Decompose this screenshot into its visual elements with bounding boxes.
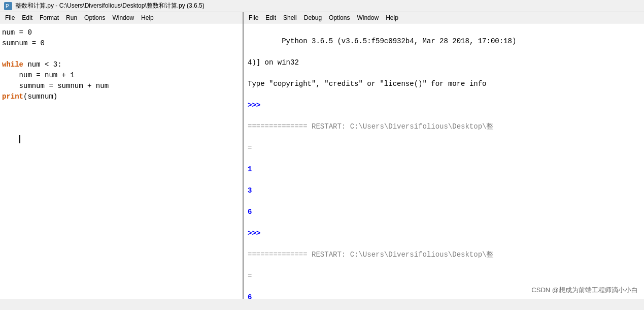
- editor-content[interactable]: num = 0 sumnum = 0 while num < 3: num = …: [0, 23, 243, 299]
- code-line-blank: [2, 102, 241, 113]
- shell-restart-2: ============== RESTART: C:\Users\Diversi…: [248, 251, 493, 259]
- menu-edit[interactable]: Edit: [19, 14, 36, 22]
- shell-menu-bar: File Edit Shell Debug Options Window Hel…: [244, 12, 644, 23]
- shell-wrapper: File Edit Shell Debug Options Window Hel…: [244, 12, 644, 299]
- shell-restart-1: ============== RESTART: C:\Users\Diversi…: [248, 122, 493, 131]
- code-line-4: while num < 3:: [2, 59, 241, 70]
- shell-menu-file[interactable]: File: [246, 14, 261, 22]
- code-cursor-line: [2, 134, 241, 145]
- menu-options[interactable]: Options: [81, 14, 108, 22]
- menu-window[interactable]: Window: [109, 14, 137, 22]
- code-line-3: [2, 49, 241, 59]
- code-while-body: num < 3:: [23, 60, 62, 69]
- shell-output-2: 3: [248, 187, 252, 195]
- shell-restart-eq-2: =: [248, 272, 252, 280]
- shell-menu-debug[interactable]: Debug: [301, 14, 325, 22]
- code-line-blank2: [2, 113, 241, 123]
- svg-text:P: P: [6, 4, 9, 9]
- shell-prompt-2: >>>: [248, 229, 260, 237]
- menu-run[interactable]: Run: [63, 14, 80, 22]
- editor-pane: File Edit Format Run Options Window Help…: [0, 12, 244, 299]
- keyword-print: print: [2, 92, 23, 101]
- shell-pane: File Edit Shell Debug Options Window Hel…: [244, 12, 644, 299]
- menu-format[interactable]: Format: [37, 14, 62, 22]
- shell-output-1: 1: [248, 165, 252, 173]
- menu-help[interactable]: Help: [138, 14, 157, 22]
- code-line-7: print(sumnum): [2, 91, 241, 102]
- text-cursor: [19, 135, 20, 143]
- code-line-6: sumnum = sumnum + num: [2, 81, 241, 91]
- shell-menu-shell[interactable]: Shell: [280, 14, 300, 22]
- shell-output-6: 6: [248, 293, 252, 299]
- title-text: 整数和计算.py - C:\Users\Diversifolious\Deskt…: [15, 2, 205, 10]
- shell-menu-edit[interactable]: Edit: [262, 14, 279, 22]
- code-line-2: sumnum = 0: [2, 38, 241, 49]
- python-icon: P: [4, 2, 12, 10]
- shell-restart-eq-1: =: [248, 144, 252, 152]
- watermark: CSDN @想成为前端工程师滴小小白: [531, 286, 638, 295]
- shell-menu-options[interactable]: Options: [326, 14, 353, 22]
- editor-menu-bar: File Edit Format Run Options Window Help: [0, 12, 243, 23]
- shell-menu-window[interactable]: Window: [354, 14, 382, 22]
- app-title-bar: P 整数和计算.py - C:\Users\Diversifolious\Des…: [0, 0, 644, 12]
- shell-line-license: Type "copyright", "credits" or "license(…: [248, 80, 487, 88]
- code-line-blank3: [2, 123, 241, 134]
- code-line-1: num = 0: [2, 27, 241, 38]
- shell-line-version: Python 3.6.5 (v3.6.5:f59c0932b4, Mar 28 …: [282, 37, 516, 45]
- shell-line-platform: 4)] on win32: [248, 58, 299, 67]
- code-print-args: (sumnum): [23, 92, 57, 101]
- shell-menu-help[interactable]: Help: [383, 14, 401, 22]
- keyword-while: while: [2, 60, 23, 69]
- main-layout: File Edit Format Run Options Window Help…: [0, 12, 644, 299]
- shell-output-3: 6: [248, 208, 252, 216]
- menu-file[interactable]: File: [2, 14, 18, 22]
- shell-prompt-1: >>>: [248, 101, 260, 109]
- shell-content[interactable]: Python 3.6.5 (v3.6.5:f59c0932b4, Mar 28 …: [244, 23, 644, 299]
- code-line-5: num = num + 1: [2, 70, 241, 81]
